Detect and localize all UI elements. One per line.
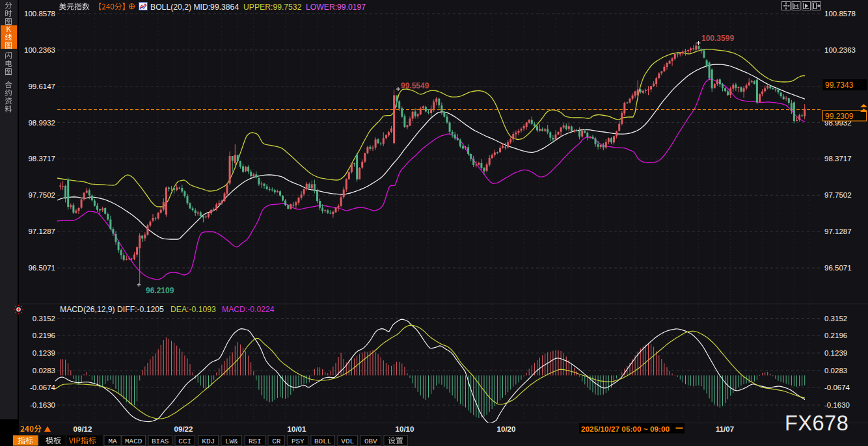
svg-text:100.2363: 100.2363 (24, 46, 55, 54)
svg-text:100.8578: 100.8578 (824, 10, 856, 18)
svg-text:10/10: 10/10 (396, 425, 414, 433)
svg-text:0.2196: 0.2196 (33, 332, 55, 339)
svg-text:RSI: RSI (249, 438, 262, 445)
svg-text:0.2196: 0.2196 (824, 332, 847, 339)
svg-text:MACD: MACD (125, 438, 142, 445)
svg-text:97.1287: 97.1287 (28, 228, 55, 235)
svg-text:99.2309: 99.2309 (825, 112, 854, 121)
svg-text:0.1239: 0.1239 (824, 349, 847, 357)
svg-text:100.8578: 100.8578 (24, 10, 55, 18)
svg-text:2025/10/27 05:00 ~ 09:00: 2025/10/27 05:00 ~ 09:00 (581, 425, 670, 434)
svg-text:-0.1630: -0.1630 (30, 401, 55, 409)
svg-text:MACD:-0.0224: MACD:-0.0224 (222, 305, 275, 314)
svg-text:10/20: 10/20 (497, 425, 516, 433)
svg-text:09/12: 09/12 (74, 425, 92, 433)
svg-text:97.7502: 97.7502 (28, 191, 55, 199)
svg-text:0.0283: 0.0283 (824, 367, 847, 374)
svg-text:97.7502: 97.7502 (824, 191, 852, 199)
svg-text:0.3152: 0.3152 (824, 315, 847, 322)
svg-text:11/07: 11/07 (716, 425, 734, 433)
svg-text:10/01: 10/01 (288, 425, 306, 433)
svg-text:MA: MA (108, 438, 117, 445)
svg-text:MACD(26,12,9) DIFF:-0.1205: MACD(26,12,9) DIFF:-0.1205 (60, 305, 164, 314)
svg-text:UPPER:99.7532: UPPER:99.7532 (243, 3, 302, 12)
svg-text:BIAS: BIAS (152, 438, 169, 445)
svg-text:09/22: 09/22 (174, 425, 193, 433)
svg-text:0.0283: 0.0283 (33, 367, 55, 374)
svg-text:PSY: PSY (292, 438, 305, 445)
svg-text:0.1239: 0.1239 (33, 349, 55, 357)
svg-text:99.5549: 99.5549 (401, 81, 429, 90)
svg-text:-0.1630: -0.1630 (824, 401, 850, 409)
svg-text:OBV: OBV (364, 438, 377, 445)
svg-text:99.7343: 99.7343 (825, 81, 854, 90)
svg-text:FX678: FX678 (785, 412, 848, 435)
svg-text:-0.0674: -0.0674 (824, 384, 850, 391)
svg-text:LW&: LW& (225, 438, 238, 445)
svg-text:100.3599: 100.3599 (701, 34, 734, 43)
svg-text:96.2109: 96.2109 (146, 286, 174, 295)
svg-text:BOLL(20,2) MID:99.3864: BOLL(20,2) MID:99.3864 (150, 3, 239, 12)
svg-text:97.1287: 97.1287 (824, 228, 852, 235)
svg-text:96.5071: 96.5071 (28, 264, 55, 272)
svg-text:98.9932: 98.9932 (28, 119, 55, 127)
svg-text:100.2363: 100.2363 (824, 46, 856, 54)
svg-text:-0.0674: -0.0674 (30, 384, 56, 391)
svg-text:98.3717: 98.3717 (28, 155, 55, 163)
svg-text:BOLL: BOLL (314, 438, 331, 445)
svg-text:KDJ: KDJ (202, 438, 215, 445)
svg-text:CCI: CCI (178, 438, 191, 445)
svg-text:0.3152: 0.3152 (33, 315, 55, 322)
svg-text:VOL: VOL (341, 438, 354, 445)
svg-text:99.6147: 99.6147 (28, 83, 55, 90)
svg-text:98.3717: 98.3717 (824, 155, 852, 163)
svg-text:CR: CR (272, 438, 281, 445)
svg-text:DEA:-0.1093: DEA:-0.1093 (170, 305, 216, 314)
svg-text:96.5071: 96.5071 (824, 264, 852, 272)
svg-text:LOWER:99.0197: LOWER:99.0197 (306, 3, 366, 12)
